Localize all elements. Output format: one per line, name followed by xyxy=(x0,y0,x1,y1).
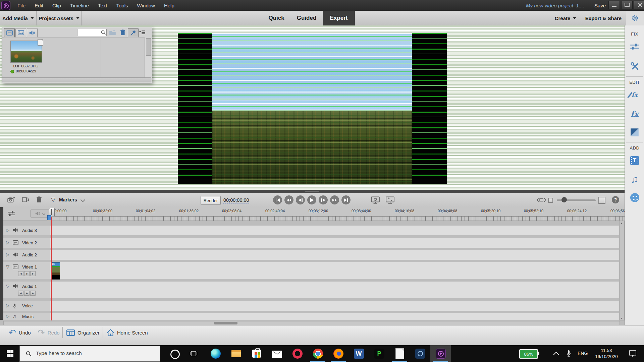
panel-divider[interactable] xyxy=(0,190,625,193)
task-view-button[interactable] xyxy=(190,350,197,357)
scrollbar-thumb[interactable] xyxy=(214,322,237,324)
tab-guided[interactable]: Guided xyxy=(291,11,322,25)
project-assets-button[interactable]: Project Assets xyxy=(37,11,82,25)
fullscreen-button[interactable] xyxy=(386,196,394,204)
keyframe-add-button[interactable]: ◆ xyxy=(24,291,30,296)
save-button[interactable]: Save xyxy=(594,0,606,11)
menu-help[interactable]: Help xyxy=(164,3,174,8)
filter-video-button[interactable] xyxy=(4,28,15,37)
keyframe-next-button[interactable]: ▶ xyxy=(30,271,36,276)
taskbar-file-explorer[interactable] xyxy=(226,345,246,362)
menu-window[interactable]: Window xyxy=(137,3,155,8)
frame-forward-button[interactable] xyxy=(319,195,328,204)
menu-tools[interactable]: Tools xyxy=(116,3,128,8)
close-button[interactable] xyxy=(634,1,644,9)
taskbar-store[interactable] xyxy=(246,345,267,362)
delete-asset-button[interactable] xyxy=(120,29,125,36)
taskbar-chrome[interactable] xyxy=(308,345,328,362)
asset-search-input[interactable] xyxy=(78,29,101,36)
divider-grip[interactable] xyxy=(305,191,319,192)
transitions-button[interactable] xyxy=(625,128,644,137)
zoom-fit-button[interactable] xyxy=(537,197,546,202)
playhead-flag[interactable] xyxy=(47,215,51,220)
new-folder-button[interactable] xyxy=(109,30,116,36)
export-share-button[interactable]: Export & Share xyxy=(582,11,625,25)
tray-expand-icon[interactable] xyxy=(553,352,559,358)
taskbar-mail[interactable] xyxy=(267,345,287,362)
rotate-clip-button[interactable] xyxy=(21,196,29,203)
adjust-button[interactable] xyxy=(625,43,644,50)
scroll-down-icon[interactable]: ▼ xyxy=(620,316,623,320)
timeline-ruler[interactable]: 00;00;00 00;00;32;00 00;01;04;02 00;01;3… xyxy=(0,207,625,221)
scrollbar-thumb[interactable] xyxy=(146,38,151,56)
timeline-vertical-scrollbar[interactable]: ▲ ▼ xyxy=(619,221,625,320)
tab-expert[interactable]: Expert xyxy=(323,11,355,25)
taskbar-search-input[interactable] xyxy=(35,350,151,357)
graphics-button[interactable] xyxy=(625,193,644,202)
applied-effects-button[interactable]: fx xyxy=(625,91,644,98)
go-to-start-button[interactable] xyxy=(273,195,282,204)
minimize-button[interactable] xyxy=(608,1,620,9)
taskbar-pia[interactable]: P xyxy=(369,345,389,362)
add-media-button[interactable]: Add Media xyxy=(0,11,36,25)
frame-back-button[interactable] xyxy=(296,195,305,204)
keyframe-add-button[interactable]: ◆ xyxy=(24,271,30,276)
expander-icon[interactable]: ▽ xyxy=(6,284,9,289)
start-button[interactable] xyxy=(7,350,13,357)
expander-icon[interactable]: ▽ xyxy=(6,264,9,269)
zoom-slider-knob[interactable] xyxy=(561,197,567,202)
keyframe-prev-button[interactable]: ◀ xyxy=(18,271,23,276)
filter-photo-button[interactable] xyxy=(15,28,26,37)
keyframe-next-button[interactable]: ▶ xyxy=(30,291,36,296)
freeze-frame-button[interactable] xyxy=(7,196,15,203)
menu-edit[interactable]: Edit xyxy=(35,3,43,8)
help-button[interactable]: ? xyxy=(612,196,619,203)
rewind-button[interactable] xyxy=(284,195,293,204)
music-button[interactable]: ♫ xyxy=(625,174,644,184)
taskbar-clock[interactable]: 11.53 19/10/2020 xyxy=(589,348,624,360)
titles-button[interactable]: T xyxy=(625,156,644,165)
scroll-up-icon[interactable]: ▲ xyxy=(620,221,623,225)
redo-button[interactable]: ↷ Redo xyxy=(38,328,60,337)
menu-text[interactable]: Text xyxy=(98,3,107,8)
expander-icon[interactable]: ▷ xyxy=(6,252,9,257)
menu-timeline[interactable]: Timeline xyxy=(70,3,89,8)
organizer-button[interactable]: Organizer xyxy=(66,328,100,337)
home-screen-button[interactable]: Home Screen xyxy=(107,328,148,337)
language-indicator[interactable]: ENG xyxy=(578,351,588,356)
menu-file[interactable]: File xyxy=(17,3,25,8)
taskbar-opera[interactable] xyxy=(287,345,308,362)
markers-button[interactable]: Markers xyxy=(59,197,77,202)
filter-audio-button[interactable] xyxy=(27,28,38,37)
expander-icon[interactable]: ▷ xyxy=(6,303,9,308)
create-button[interactable]: Create xyxy=(551,11,580,25)
expander-icon[interactable]: ▷ xyxy=(6,314,9,319)
zoom-in-button[interactable] xyxy=(598,197,605,204)
taskbar-notepad[interactable] xyxy=(389,345,410,362)
tray-microphone-button[interactable] xyxy=(566,350,571,357)
markers-dropdown-icon[interactable] xyxy=(80,197,85,202)
fast-forward-button[interactable] xyxy=(330,195,339,204)
tab-quick[interactable]: Quick xyxy=(262,11,290,25)
cortana-button[interactable] xyxy=(170,350,180,359)
go-to-end-button[interactable] xyxy=(341,195,351,204)
asset-thumbnail[interactable] xyxy=(10,41,42,63)
taskbar-premiere-elements[interactable] xyxy=(430,345,451,362)
delete-button[interactable] xyxy=(36,196,42,203)
pin-panel-button[interactable] xyxy=(128,28,139,37)
maximize-button[interactable] xyxy=(621,1,633,9)
taskbar-firefox[interactable] xyxy=(328,345,348,362)
current-timecode[interactable]: 00;00;00;00 xyxy=(223,197,249,203)
undo-button[interactable]: ↶ Undo xyxy=(9,328,31,337)
monitor-settings-button[interactable] xyxy=(371,196,380,204)
timeline-clip[interactable]: DJ xyxy=(51,262,60,280)
battery-indicator[interactable]: 86% xyxy=(519,349,538,359)
effects-button[interactable]: fx xyxy=(625,109,644,118)
action-center-button[interactable] xyxy=(629,350,636,357)
track-mixer-button[interactable] xyxy=(7,210,16,217)
taskbar-photoshop-camera[interactable] xyxy=(410,345,430,362)
taskbar-word[interactable]: W xyxy=(348,345,369,362)
audio-tools-button[interactable] xyxy=(30,209,50,218)
keyframe-prev-button[interactable]: ◀ xyxy=(18,291,23,296)
settings-button[interactable] xyxy=(626,11,644,25)
